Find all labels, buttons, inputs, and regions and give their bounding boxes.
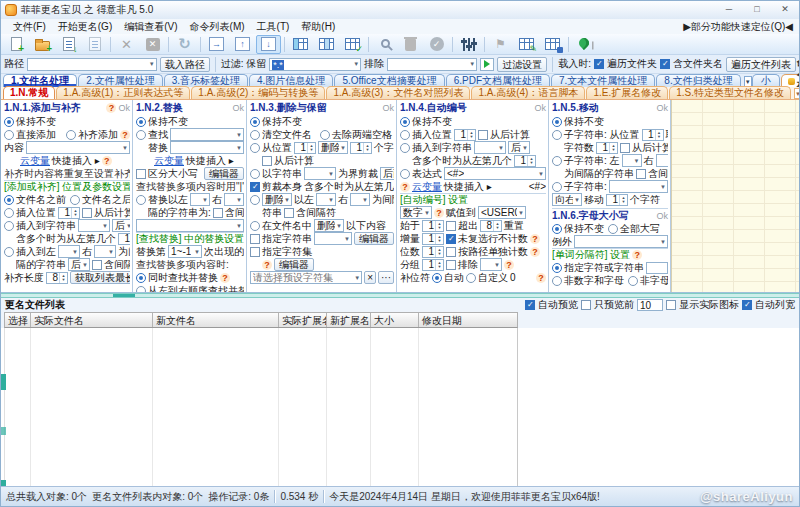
subtab-encoding[interactable]: 1.A.高级(2)：编码与转换等 xyxy=(191,86,325,99)
chevron-down-icon[interactable] xyxy=(236,132,242,138)
checkbox-label[interactable]: 从后计算 xyxy=(274,154,314,167)
option-label[interactable]: 插入到字符串 xyxy=(16,219,76,232)
spinner-value[interactable]: 8 xyxy=(481,221,493,231)
case-checkbox[interactable] xyxy=(136,169,146,179)
radio-icon[interactable] xyxy=(136,273,146,283)
nth-combobox[interactable]: 1~-1 xyxy=(168,245,202,258)
spinner-value[interactable]: 1 xyxy=(515,156,527,166)
chevron-down-icon[interactable] xyxy=(126,223,130,229)
substring-combobox[interactable] xyxy=(609,180,668,193)
spinner-value[interactable]: 1 xyxy=(59,208,71,218)
auto-preview-checkbox[interactable] xyxy=(525,300,535,310)
direction-combobox[interactable]: 向右 xyxy=(552,193,582,206)
chevron-down-icon[interactable] xyxy=(194,249,200,255)
column-header-original-name[interactable]: 实际文件名 xyxy=(31,313,153,327)
chevron-down-icon[interactable] xyxy=(202,197,208,203)
chevron-down-icon[interactable] xyxy=(336,223,342,229)
increment-spinner[interactable]: 1 xyxy=(422,233,444,245)
load-path-button[interactable]: 载入路径 xyxy=(160,57,210,72)
show-icons-checkbox[interactable] xyxy=(666,300,676,310)
move-up-button[interactable]: ↑ xyxy=(230,35,255,54)
radio-icon[interactable] xyxy=(250,117,260,127)
option-label[interactable]: 非字母 xyxy=(640,274,668,287)
delete-mode-combobox[interactable]: 删除 xyxy=(262,193,292,206)
checkbox-label[interactable]: 按路径单独计数 xyxy=(458,245,528,258)
option-label[interactable]: 全部大写 xyxy=(620,222,660,235)
spinner-arrows[interactable] xyxy=(435,234,443,244)
menu-file[interactable]: 文件(F) xyxy=(7,20,52,34)
menu-tools[interactable]: 工具(T) xyxy=(251,20,296,34)
chevron-down-icon[interactable] xyxy=(328,197,334,203)
chevron-down-icon[interactable] xyxy=(102,223,108,229)
checkbox-label[interactable]: 从后计算 xyxy=(94,206,130,219)
checkbox-label[interactable]: 区分大小写 xyxy=(148,167,198,180)
multi-spinner[interactable]: 1 xyxy=(514,155,536,167)
chevron-down-icon[interactable] xyxy=(538,171,544,177)
maximize-icon[interactable]: □ xyxy=(743,1,771,19)
spec-string-combobox[interactable] xyxy=(314,232,352,245)
clear-list-button[interactable]: ✕ xyxy=(140,35,165,54)
option-label[interactable]: 插入到左 xyxy=(16,245,56,258)
spinner-arrows[interactable] xyxy=(435,247,443,257)
position-combobox[interactable]: 后 xyxy=(112,219,130,232)
multi-spinner[interactable]: 1 xyxy=(118,233,130,245)
subtab-extension[interactable]: 1.E.扩展名修改 xyxy=(586,86,668,99)
help-icon[interactable]: ? xyxy=(530,234,540,244)
radio-icon[interactable] xyxy=(250,169,260,179)
traverse-folders-label[interactable]: 遍历文件夹 xyxy=(607,57,657,71)
radio-icon[interactable] xyxy=(552,263,562,273)
quick-locate-link[interactable]: ▶部分功能快速定位(Q)◀ xyxy=(683,20,793,34)
option-label[interactable]: 同时查找并替换 xyxy=(148,271,218,284)
close-icon[interactable]: ✕ xyxy=(771,1,799,19)
column-layout-button[interactable] xyxy=(314,35,339,54)
right-combobox[interactable] xyxy=(656,154,668,167)
option-label[interactable]: 查找 xyxy=(148,128,168,141)
radio-icon[interactable] xyxy=(136,130,146,140)
checkbox-label[interactable]: 未复选行不计数 xyxy=(458,232,528,245)
chevron-down-icon[interactable] xyxy=(660,184,666,190)
option-label[interactable]: 子字符串: xyxy=(564,180,607,193)
radio-icon[interactable] xyxy=(552,182,562,192)
expression-combobox[interactable]: <#> xyxy=(444,167,546,180)
pin-button[interactable] xyxy=(572,35,597,54)
freeze-column-button[interactable] xyxy=(288,35,313,54)
position-combobox[interactable]: 后面 xyxy=(380,167,394,180)
chevron-down-icon[interactable] xyxy=(284,197,290,203)
help-icon[interactable]: ? xyxy=(400,182,410,192)
spinner-arrows[interactable] xyxy=(435,221,443,231)
count-spinner[interactable]: 1 xyxy=(350,142,372,154)
exclude-combobox[interactable] xyxy=(387,58,477,71)
radio-icon[interactable] xyxy=(136,195,146,205)
include-folder-names-label[interactable]: 含文件夹名 xyxy=(673,57,723,71)
spinner-arrows[interactable] xyxy=(307,143,315,153)
apply-button[interactable]: ✓ xyxy=(424,35,449,54)
preview-count-input[interactable]: 10 xyxy=(637,299,663,311)
option-label[interactable]: 文件名之后 xyxy=(82,193,130,206)
spinner-arrows[interactable] xyxy=(467,130,475,140)
option-label[interactable]: 直接添加 xyxy=(16,128,56,141)
help-icon[interactable]: ? xyxy=(434,208,444,218)
spinner-value[interactable]: 1 xyxy=(423,234,435,244)
auto-width-checkbox[interactable] xyxy=(742,300,752,310)
option-label[interactable]: 自动 xyxy=(444,271,464,284)
string-combobox[interactable] xyxy=(474,141,506,154)
option-label[interactable]: 自定义 xyxy=(478,271,508,284)
chevron-down-icon[interactable] xyxy=(494,262,500,268)
digits-spinner[interactable]: 1 xyxy=(422,246,444,258)
move-spinner[interactable]: 1 xyxy=(606,194,628,206)
chevron-down-icon[interactable] xyxy=(108,249,114,255)
radio-icon[interactable] xyxy=(4,221,14,231)
number-type-combobox[interactable]: 数字 xyxy=(400,206,432,219)
column-header-original-ext[interactable]: 实际扩展名 xyxy=(279,313,327,327)
horizontal-splitter[interactable] xyxy=(1,293,799,298)
chevron-down-icon[interactable] xyxy=(469,61,475,67)
radio-icon[interactable] xyxy=(250,221,260,231)
save-list-button[interactable] xyxy=(82,35,107,54)
spinner-arrows[interactable] xyxy=(71,208,79,218)
checkbox-label[interactable]: 指定字符集 xyxy=(262,245,312,258)
uncounted-checkbox[interactable] xyxy=(446,234,456,244)
checkbox-label[interactable]: 超出 xyxy=(458,219,478,232)
editor-button[interactable]: 编辑器 xyxy=(354,232,394,245)
more-button[interactable]: ··· xyxy=(378,271,394,284)
option-label[interactable]: 去除两端空格 xyxy=(332,128,392,141)
